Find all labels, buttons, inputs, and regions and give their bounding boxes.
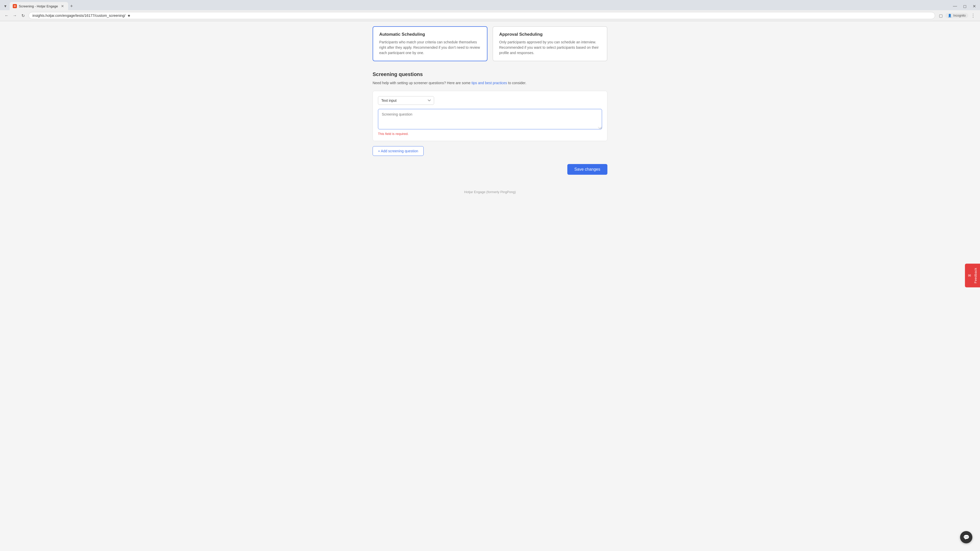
new-tab-btn[interactable]: +	[68, 3, 75, 10]
desc-before-link: Need help with setting up screener quest…	[372, 81, 472, 85]
approval-card-title: Approval Scheduling	[499, 32, 601, 37]
question-input-wrapper: ↘	[378, 109, 602, 130]
auto-card-title: Automatic Scheduling	[379, 32, 481, 37]
tab-title: Screening - Hotjar Engage	[19, 4, 58, 8]
tab-group: H Screening - Hotjar Engage ✕ +	[10, 2, 950, 10]
section-description: Need help with setting up screener quest…	[372, 80, 608, 86]
field-error-message: This field is required.	[378, 132, 602, 136]
restore-btn[interactable]: ◻	[961, 3, 969, 10]
refresh-btn[interactable]: ↻	[19, 12, 27, 19]
tab-favicon: H	[13, 4, 17, 8]
resize-handle-icon: ↘	[597, 126, 601, 129]
profile-icon: 👤	[948, 14, 952, 17]
screening-section: Screening questions Need help with setti…	[372, 71, 608, 175]
desc-after-link: to consider.	[507, 81, 527, 85]
page-footer: Hotjar Engage (formerly PingPong)	[0, 185, 980, 199]
type-selector: Text input Multiple choice Single choice	[378, 96, 602, 105]
content-wrapper: Automatic Scheduling Participants who ma…	[368, 26, 612, 175]
back-btn[interactable]: ←	[3, 12, 10, 19]
star-icon: ★	[127, 14, 130, 17]
incognito-badge[interactable]: 👤 Incognito	[945, 13, 968, 18]
browser-chrome: ▼ H Screening - Hotjar Engage ✕ + — ◻ ✕ …	[0, 0, 980, 21]
chat-icon: 💬	[963, 534, 969, 540]
active-tab[interactable]: H Screening - Hotjar Engage ✕	[10, 2, 68, 10]
approval-card-description: Only participants approved by you can sc…	[499, 40, 601, 56]
address-actions: ▢ 👤 Incognito ⋮	[937, 12, 977, 19]
feedback-tab-label: Feedback	[974, 268, 977, 283]
automatic-scheduling-card: Automatic Scheduling Participants who ma…	[372, 26, 487, 61]
extensions-btn[interactable]: ▢	[937, 12, 944, 19]
tips-link[interactable]: tips and best practices	[472, 81, 507, 85]
question-card: Text input Multiple choice Single choice…	[372, 91, 608, 141]
tab-dropdown-btn[interactable]: ▼	[2, 3, 9, 9]
feedback-tab[interactable]: Feedback ✉	[965, 264, 980, 287]
save-changes-btn[interactable]: Save changes	[567, 164, 608, 175]
forward-btn[interactable]: →	[11, 12, 18, 19]
feedback-icon: ✉	[967, 273, 972, 278]
address-bar: ← → ↻ insights.hotjar.com/engage/tests/1…	[0, 10, 980, 21]
url-text: insights.hotjar.com/engage/tests/16177/c…	[32, 14, 125, 17]
scheduling-cards: Automatic Scheduling Participants who ma…	[372, 26, 608, 61]
chrome-menu-btn[interactable]: ⋮	[969, 12, 977, 19]
window-controls: — ◻ ✕	[951, 3, 978, 10]
approval-scheduling-card: Approval Scheduling Only participants ap…	[493, 26, 608, 61]
url-bar[interactable]: insights.hotjar.com/engage/tests/16177/c…	[29, 12, 935, 19]
save-btn-wrapper: Save changes	[372, 164, 608, 175]
screening-question-input[interactable]	[378, 109, 602, 129]
auto-card-description: Participants who match your criteria can…	[379, 40, 481, 56]
chat-button[interactable]: 💬	[960, 531, 972, 543]
add-screening-question-btn[interactable]: + Add screening question	[372, 146, 424, 156]
question-type-select[interactable]: Text input Multiple choice Single choice	[378, 96, 434, 105]
incognito-label: Incognito	[953, 14, 966, 17]
page-content: Automatic Scheduling Participants who ma…	[0, 21, 980, 549]
nav-buttons: ← → ↻	[3, 12, 27, 19]
footer-text: Hotjar Engage (formerly PingPong)	[464, 190, 516, 194]
section-title: Screening questions	[372, 71, 608, 77]
close-btn[interactable]: ✕	[970, 3, 978, 10]
tab-bar: ▼ H Screening - Hotjar Engage ✕ + — ◻ ✕	[0, 0, 980, 10]
minimize-btn[interactable]: —	[951, 3, 959, 10]
tab-close-btn[interactable]: ✕	[60, 3, 65, 9]
